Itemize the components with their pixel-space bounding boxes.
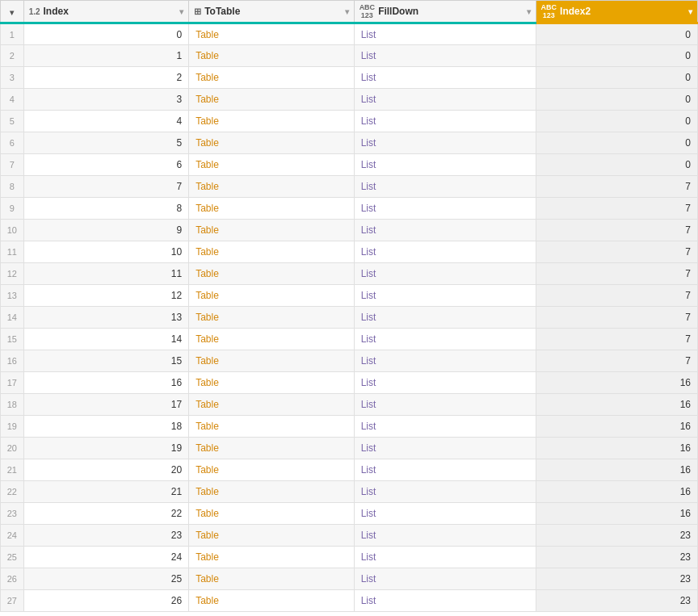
cell-index: 22 [23, 503, 189, 525]
cell-filldown: List [354, 89, 536, 111]
cell-totable: Table [189, 67, 355, 89]
table-row[interactable]: 1413TableList7 [1, 307, 698, 329]
cell-totable: Table [189, 503, 355, 525]
cell-index2: 0 [536, 132, 697, 154]
filldown-sort-icon[interactable]: ▾ [527, 7, 531, 16]
cell-index2: 16 [536, 394, 697, 416]
index2-sort-icon[interactable]: ▾ [688, 7, 692, 16]
row-number: 22 [1, 481, 24, 503]
cell-index2: 16 [536, 372, 697, 394]
table-row[interactable]: 1817TableList16 [1, 394, 698, 416]
cell-filldown: List [354, 481, 536, 503]
cell-index2: 7 [536, 198, 697, 220]
cell-filldown: List [354, 285, 536, 307]
table-row[interactable]: 54TableList0 [1, 111, 698, 132]
row-number: 16 [1, 350, 24, 372]
cell-index: 12 [23, 285, 189, 307]
table-row[interactable]: 2322TableList16 [1, 503, 698, 525]
cell-index2: 7 [536, 263, 697, 285]
table-row[interactable]: 2625TableList23 [1, 568, 698, 590]
row-number: 6 [1, 132, 24, 154]
table-row[interactable]: 1918TableList16 [1, 416, 698, 438]
table-row[interactable]: 1110TableList7 [1, 241, 698, 263]
row-number: 3 [1, 67, 24, 89]
table-row[interactable]: 32TableList0 [1, 67, 698, 89]
cell-index2: 7 [536, 307, 697, 329]
index-sort-icon[interactable]: ▾ [179, 7, 183, 16]
cell-filldown: List [354, 394, 536, 416]
table-row[interactable]: 21TableList0 [1, 45, 698, 67]
cell-index: 1 [23, 45, 189, 67]
cell-totable: Table [189, 438, 355, 459]
table-row[interactable]: 1716TableList16 [1, 372, 698, 394]
cell-index: 23 [23, 525, 189, 547]
row-number: 25 [1, 547, 24, 568]
cell-filldown: List [354, 132, 536, 154]
cell-totable: Table [189, 568, 355, 590]
table-row[interactable]: 2019TableList16 [1, 438, 698, 459]
cell-index2: 7 [536, 241, 697, 263]
table-row[interactable]: 109TableList7 [1, 220, 698, 241]
data-grid: ▾ 1.2 Index ▾ ⊞ ToTable [0, 0, 698, 616]
cell-index: 7 [23, 176, 189, 198]
cell-index2: 16 [536, 416, 697, 438]
column-header-index2[interactable]: ABC123 Index2 ▾ [536, 1, 697, 23]
table-row[interactable]: 2423TableList23 [1, 525, 698, 547]
row-number: 7 [1, 154, 24, 176]
table-row[interactable]: 43TableList0 [1, 89, 698, 111]
cell-filldown: List [354, 329, 536, 350]
row-number: 26 [1, 568, 24, 590]
cell-totable: Table [189, 23, 355, 45]
column-header-index[interactable]: 1.2 Index ▾ [23, 1, 189, 23]
table-row[interactable]: 87TableList7 [1, 176, 698, 198]
table-row[interactable]: 98TableList7 [1, 198, 698, 220]
row-number: 8 [1, 176, 24, 198]
cell-index2: 7 [536, 329, 697, 350]
cell-filldown: List [354, 503, 536, 525]
table-row[interactable]: 1211TableList7 [1, 263, 698, 285]
cell-index: 2 [23, 67, 189, 89]
row-number: 12 [1, 263, 24, 285]
cell-index: 11 [23, 263, 189, 285]
cell-filldown: List [354, 198, 536, 220]
cell-index: 9 [23, 220, 189, 241]
cell-index: 3 [23, 89, 189, 111]
table-row[interactable]: 1514TableList7 [1, 329, 698, 350]
table-row[interactable]: 2524TableList23 [1, 547, 698, 568]
cell-totable: Table [189, 329, 355, 350]
table-row[interactable]: 2120TableList16 [1, 459, 698, 481]
cell-filldown: List [354, 67, 536, 89]
totable-sort-icon[interactable]: ▾ [345, 7, 349, 16]
cell-filldown: List [354, 241, 536, 263]
row-number: 20 [1, 438, 24, 459]
cell-totable: Table [189, 350, 355, 372]
row-number: 2 [1, 45, 24, 67]
table-row[interactable]: 65TableList0 [1, 132, 698, 154]
filter-all-icon[interactable]: ▾ [10, 8, 14, 17]
cell-totable: Table [189, 111, 355, 132]
cell-index2: 23 [536, 590, 697, 612]
cell-index2: 16 [536, 459, 697, 481]
cell-totable: Table [189, 45, 355, 67]
filldown-type-icon: ABC123 [360, 3, 376, 19]
table-row[interactable]: 1615TableList7 [1, 350, 698, 372]
cell-filldown: List [354, 568, 536, 590]
cell-index2: 23 [536, 547, 697, 568]
row-number: 17 [1, 372, 24, 394]
table-row[interactable]: 2726TableList23 [1, 590, 698, 612]
table-row[interactable]: 1312TableList7 [1, 285, 698, 307]
cell-filldown: List [354, 525, 536, 547]
cell-index2: 7 [536, 176, 697, 198]
cell-filldown: List [354, 547, 536, 568]
table-row[interactable]: 2221TableList16 [1, 481, 698, 503]
cell-totable: Table [189, 132, 355, 154]
table-row[interactable]: 76TableList0 [1, 154, 698, 176]
cell-totable: Table [189, 89, 355, 111]
table-row[interactable]: 10TableList0 [1, 23, 698, 45]
totable-column-label: ToTable [204, 6, 240, 17]
column-header-totable[interactable]: ⊞ ToTable ▾ [189, 1, 355, 23]
column-header-filldown[interactable]: ABC123 FillDown ▾ [354, 1, 536, 23]
row-number: 4 [1, 89, 24, 111]
cell-index2: 0 [536, 89, 697, 111]
cell-filldown: List [354, 307, 536, 329]
